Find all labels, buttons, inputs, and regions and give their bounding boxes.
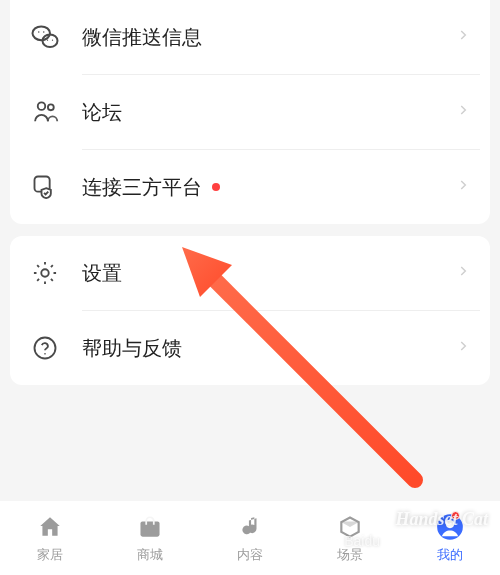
bag-icon xyxy=(136,513,164,541)
svg-point-13 xyxy=(446,520,454,528)
tab-mine[interactable]: 我的 xyxy=(436,513,464,564)
svg-point-6 xyxy=(38,102,45,109)
cube-icon xyxy=(336,513,364,541)
row-wechat-push[interactable]: 微信推送信息 xyxy=(10,0,490,74)
svg-point-11 xyxy=(44,353,46,355)
svg-point-0 xyxy=(33,26,51,40)
settings-group-2: 设置 帮助与反馈 xyxy=(10,236,490,385)
chevron-right-icon xyxy=(456,178,470,196)
settings-group-1: 微信推送信息 论坛 连接三方平台 xyxy=(10,0,490,224)
notification-dot xyxy=(212,183,220,191)
svg-point-10 xyxy=(35,338,56,359)
row-help-feedback[interactable]: 帮助与反馈 xyxy=(10,311,490,385)
link-shield-icon xyxy=(30,172,60,202)
tab-scene[interactable]: 场景 xyxy=(336,513,364,564)
svg-point-7 xyxy=(48,104,54,110)
row-label: 设置 xyxy=(82,260,456,287)
tab-label: 家居 xyxy=(37,546,63,564)
tab-label: 我的 xyxy=(437,546,463,564)
tab-home[interactable]: 家居 xyxy=(36,513,64,564)
tab-content[interactable]: 内容 xyxy=(236,513,264,564)
gear-icon xyxy=(30,258,60,288)
row-label: 帮助与反馈 xyxy=(82,335,456,362)
tab-bar: 家居 商城 内容 场景 我的 xyxy=(0,500,500,575)
music-note-icon xyxy=(236,513,264,541)
tab-label: 场景 xyxy=(337,546,363,564)
row-settings[interactable]: 设置 xyxy=(10,236,490,310)
chevron-right-icon xyxy=(456,103,470,121)
chevron-right-icon xyxy=(456,28,470,46)
svg-point-5 xyxy=(52,40,53,41)
tab-label: 内容 xyxy=(237,546,263,564)
row-label: 连接三方平台 xyxy=(82,174,202,201)
forum-icon xyxy=(30,97,60,127)
row-forum[interactable]: 论坛 xyxy=(10,75,490,149)
svg-point-4 xyxy=(47,40,48,41)
svg-point-3 xyxy=(43,31,45,33)
svg-point-9 xyxy=(41,269,48,276)
svg-point-2 xyxy=(38,31,40,33)
house-icon xyxy=(36,513,64,541)
chevron-right-icon xyxy=(456,339,470,357)
row-label: 微信推送信息 xyxy=(82,24,456,51)
tab-store[interactable]: 商城 xyxy=(136,513,164,564)
row-label: 论坛 xyxy=(82,99,456,126)
notification-dot xyxy=(451,511,460,520)
tab-label: 商城 xyxy=(137,546,163,564)
wechat-icon xyxy=(30,22,60,52)
chevron-right-icon xyxy=(456,264,470,282)
row-third-party[interactable]: 连接三方平台 xyxy=(10,150,490,224)
help-icon xyxy=(30,333,60,363)
